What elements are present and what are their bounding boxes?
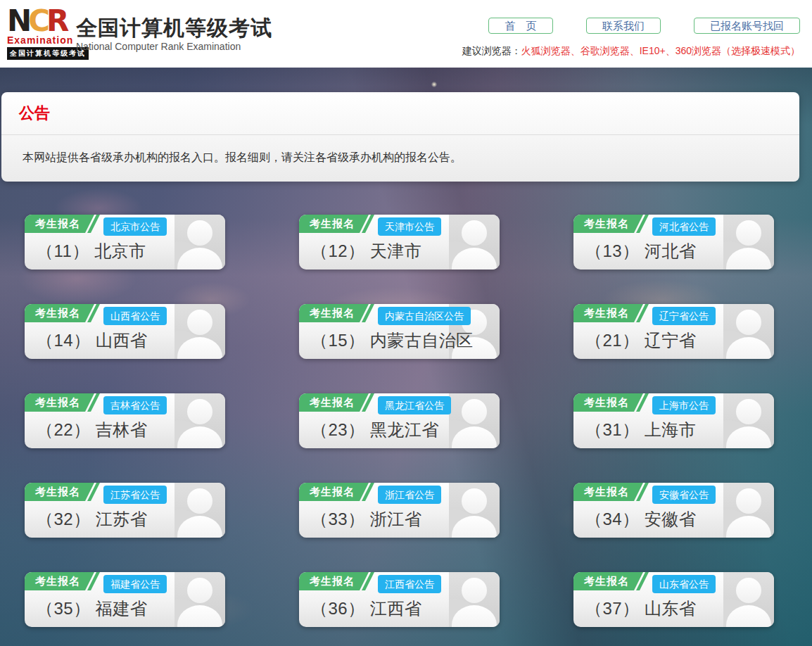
province-announcement-button[interactable]: 黑龙江省公告: [378, 396, 451, 414]
candidate-registration-ribbon: 考生报名: [25, 572, 100, 590]
ribbon-label: 考生报名: [310, 486, 355, 498]
province-card-title: （15） 内蒙古自治区: [311, 329, 474, 352]
province-card[interactable]: 考生报名 辽宁省公告 （21） 辽宁省: [573, 304, 774, 359]
province-card[interactable]: 考生报名 天津市公告 （12） 天津市: [299, 215, 500, 270]
avatar-icon: [175, 393, 225, 448]
ribbon-label: 考生报名: [584, 217, 629, 229]
ncr-logo-letters: NCR: [7, 7, 77, 35]
province-announcement-button[interactable]: 北京市公告: [103, 217, 167, 236]
province-card[interactable]: 考生报名 河北省公告 （13） 河北省: [573, 215, 774, 270]
province-announcement-button[interactable]: 吉林省公告: [103, 396, 167, 414]
logo-examination-text: Examination: [7, 35, 77, 46]
province-card-title: （31） 上海市: [585, 419, 696, 441]
province-announcement-button[interactable]: 山东省公告: [652, 575, 716, 593]
ribbon-label: 考生报名: [310, 396, 355, 408]
avatar-head: [736, 399, 761, 424]
ribbon-label: 考生报名: [35, 575, 80, 587]
candidate-registration-ribbon: 考生报名: [573, 215, 649, 233]
ribbon-label: 考生报名: [584, 575, 629, 587]
nav-account-recovery-button[interactable]: 已报名账号找回: [694, 18, 800, 34]
avatar-icon: [449, 483, 500, 538]
province-announcement-button[interactable]: 上海市公告: [652, 396, 716, 414]
avatar-head: [187, 578, 212, 603]
ribbon-label: 考生报名: [584, 396, 629, 408]
avatar-head: [736, 220, 761, 246]
site-title: 全国计算机等级考试: [76, 17, 272, 39]
province-card-title: （22） 吉林省: [37, 419, 147, 441]
province-card[interactable]: 考生报名 浙江省公告 （33） 浙江省: [299, 483, 500, 538]
province-card[interactable]: 考生报名 吉林省公告 （22） 吉林省: [25, 393, 225, 448]
candidate-registration-ribbon: 考生报名: [25, 215, 100, 233]
notice-panel: 公告 本网站提供各省级承办机构的报名入口。报名细则，请关注各省级承办机构的报名公…: [1, 92, 799, 182]
province-card-title: （32） 江苏省: [37, 508, 147, 531]
candidate-registration-ribbon: 考生报名: [299, 572, 374, 590]
site-subtitle: National Computer Rank Examination: [76, 41, 272, 52]
province-card-title: （34） 安徽省: [585, 508, 696, 531]
province-card-title: （37） 山东省: [585, 597, 696, 620]
province-card[interactable]: 考生报名 江苏省公告 （32） 江苏省: [25, 483, 225, 538]
ribbon-label: 考生报名: [35, 486, 80, 498]
province-card[interactable]: 考生报名 福建省公告 （35） 福建省: [25, 572, 225, 627]
province-announcement-button[interactable]: 浙江省公告: [378, 486, 441, 504]
avatar-icon: [723, 215, 774, 270]
province-card[interactable]: 考生报名 黑龙江省公告 （23） 黑龙江省: [299, 393, 500, 448]
browser-suggestion-list: 火狐浏览器、谷歌浏览器、IE10+、360浏览器（选择极速模式）: [521, 45, 800, 56]
ribbon-label: 考生报名: [310, 307, 355, 319]
province-card[interactable]: 考生报名 安徽省公告 （34） 安徽省: [573, 483, 774, 538]
city-background: 公告 本网站提供各省级承办机构的报名入口。报名细则，请关注各省级承办机构的报名公…: [0, 68, 812, 646]
province-announcement-button[interactable]: 江苏省公告: [103, 486, 167, 504]
ribbon-label: 考生报名: [310, 575, 355, 587]
avatar-icon: [723, 304, 774, 359]
province-announcement-button[interactable]: 山西省公告: [103, 307, 167, 325]
logo-letter-c: C: [28, 4, 46, 38]
avatar-head: [462, 399, 487, 424]
candidate-registration-ribbon: 考生报名: [573, 483, 649, 501]
avatar-icon: [723, 393, 774, 448]
candidate-registration-ribbon: 考生报名: [25, 304, 100, 322]
ribbon-label: 考生报名: [35, 307, 80, 319]
province-announcement-button[interactable]: 安徽省公告: [652, 486, 716, 504]
province-announcement-button[interactable]: 内蒙古自治区公告: [378, 307, 471, 325]
avatar-head: [462, 220, 487, 246]
province-card-title: （12） 天津市: [311, 240, 421, 262]
avatar-icon: [175, 215, 225, 270]
avatar-head: [736, 310, 761, 335]
avatar-icon: [449, 572, 500, 627]
ribbon-label: 考生报名: [584, 486, 629, 498]
province-announcement-button[interactable]: 福建省公告: [103, 575, 167, 593]
province-card-grid: 考生报名 北京市公告 （11） 北京市 考生报名 天津市公告 （12） 天津市 …: [25, 215, 774, 627]
province-card-title: （21） 辽宁省: [585, 329, 696, 352]
avatar-head: [187, 399, 212, 424]
province-card[interactable]: 考生报名 北京市公告 （11） 北京市: [25, 215, 225, 270]
browser-suggestion-label: 建议浏览器：: [462, 45, 521, 56]
ribbon-label: 考生报名: [35, 217, 80, 229]
province-announcement-button[interactable]: 江西省公告: [378, 575, 441, 593]
notice-body-text: 本网站提供各省级承办机构的报名入口。报名细则，请关注各省级承办机构的报名公告。: [1, 135, 799, 165]
province-card-title: （23） 黑龙江省: [311, 419, 439, 441]
province-card-title: （33） 浙江省: [311, 508, 421, 531]
browser-suggestion: 建议浏览器：火狐浏览器、谷歌浏览器、IE10+、360浏览器（选择极速模式）: [462, 45, 800, 58]
avatar-head: [736, 578, 761, 603]
avatar-icon: [175, 572, 225, 627]
candidate-registration-ribbon: 考生报名: [299, 483, 374, 501]
nav-home-button[interactable]: 首 页: [488, 18, 553, 34]
province-card[interactable]: 考生报名 内蒙古自治区公告 （15） 内蒙古自治区: [299, 304, 500, 359]
candidate-registration-ribbon: 考生报名: [573, 304, 649, 322]
candidate-registration-ribbon: 考生报名: [25, 483, 100, 501]
avatar-head: [462, 578, 487, 603]
ribbon-label: 考生报名: [310, 217, 355, 229]
province-card[interactable]: 考生报名 江西省公告 （36） 江西省: [299, 572, 500, 627]
avatar-icon: [175, 483, 225, 538]
nav-contact-button[interactable]: 联系我们: [586, 18, 661, 34]
province-card[interactable]: 考生报名 上海市公告 （31） 上海市: [573, 393, 774, 448]
province-announcement-button[interactable]: 辽宁省公告: [652, 307, 716, 325]
province-announcement-button[interactable]: 天津市公告: [378, 217, 441, 236]
avatar-icon: [449, 393, 500, 448]
province-announcement-button[interactable]: 河北省公告: [652, 217, 716, 236]
province-card[interactable]: 考生报名 山东省公告 （37） 山东省: [573, 572, 774, 627]
avatar-icon: [175, 304, 225, 359]
avatar-icon: [449, 215, 500, 270]
site-title-group: 全国计算机等级考试 National Computer Rank Examina…: [76, 17, 272, 52]
ribbon-label: 考生报名: [584, 307, 629, 319]
province-card[interactable]: 考生报名 山西省公告 （14） 山西省: [25, 304, 225, 359]
